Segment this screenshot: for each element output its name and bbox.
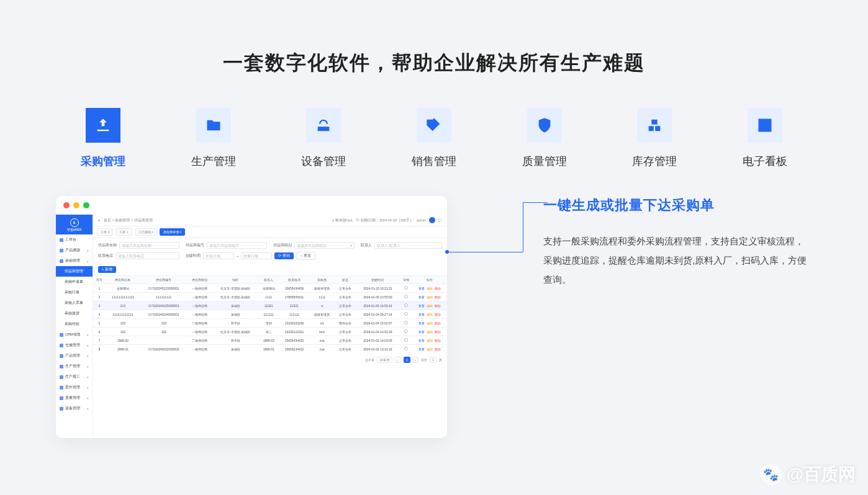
breadcrumb: 首页 > 采购管理 > 供应商管理 (104, 218, 153, 223)
contact-input[interactable]: 联系人/联系人 (374, 242, 442, 249)
nav-supplier[interactable]: 供应商管理 (56, 266, 93, 277)
menu-icon[interactable]: ≡ (98, 218, 100, 222)
nav-report[interactable]: 生产报工▾ (56, 372, 93, 382)
edit-link[interactable]: 编辑 (427, 347, 433, 351)
detail-icon[interactable] (400, 336, 412, 345)
paw-icon: 🐾 (761, 464, 782, 485)
delete-link[interactable]: 删除 (435, 339, 441, 342)
pager-prev[interactable]: ‹ (395, 357, 401, 363)
delete-link[interactable]: 删除 (435, 287, 441, 290)
edit-link[interactable]: 编辑 (427, 330, 433, 334)
view-link[interactable]: 查看 (418, 287, 425, 290)
tab-device[interactable]: 设备管理 (301, 108, 346, 169)
nav-device[interactable]: 设备管理▾ (56, 403, 93, 414)
nav-product[interactable]: 产品管理▾ (56, 350, 93, 361)
app-tab[interactable]: 工单 × (115, 228, 132, 236)
table-row[interactable]: 71989-02二级供应商和平区1989-0215655434432zoe正常合… (93, 336, 447, 345)
add-button[interactable]: + 新增 (98, 266, 116, 273)
reset-button[interactable]: ○ 重置 (296, 252, 315, 260)
nav-purchase[interactable]: 采购管理▴ (56, 256, 93, 266)
table-row[interactable]: 6102102一级供应商北京市-市辖区-东城区张三13232122321btcc… (93, 328, 447, 336)
detail-icon[interactable] (400, 301, 412, 310)
table-row[interactable]: 4111111111111GYS20240104000001一级供应商东城区11… (93, 310, 447, 319)
detail-icon[interactable] (400, 319, 412, 328)
view-link[interactable]: 查看 (418, 339, 425, 342)
tab-label: 销售管理 (412, 154, 456, 169)
pager-next[interactable]: › (413, 357, 419, 363)
view-link[interactable]: 查看 (418, 321, 425, 325)
search-button[interactable]: ⟳ 查询 (274, 252, 294, 259)
delete-link[interactable]: 删除 (435, 304, 441, 308)
nav-production[interactable]: 生产管理▾ (56, 361, 93, 372)
page-title: 一套数字化软件，帮助企业解决所有生产难题 (0, 0, 868, 108)
app-tab[interactable]: 工艺路线 × (135, 228, 157, 236)
edit-link[interactable]: 编辑 (427, 321, 433, 325)
table-row[interactable]: 3213GYS20240105000001一级供应商东城区1232121321r… (93, 301, 447, 310)
nav-purchase-order[interactable]: 采购订单 (56, 287, 93, 298)
app-open-tabs: 工单 × 工单 × 工艺路线 × 供应商管理 × (93, 226, 447, 238)
avatar[interactable] (429, 217, 435, 223)
app-tab[interactable]: 工单 × (97, 228, 113, 236)
delete-link[interactable]: 删除 (435, 321, 441, 325)
supplier-level-select[interactable]: 请选择供应商级别 (294, 242, 355, 249)
view-link[interactable]: 查看 (418, 347, 425, 351)
nav-product-trace[interactable]: 产品溯源▾ (56, 245, 93, 256)
end-date-input[interactable]: 结束日期 (241, 252, 272, 259)
supplier-code-input[interactable]: 请输入供应商编号 (207, 242, 267, 249)
view-link[interactable]: 查看 (418, 330, 425, 334)
nav-quality[interactable]: 质量管理▾ (56, 393, 93, 403)
edit-link[interactable]: 编辑 (427, 287, 433, 290)
tab-production[interactable]: 生产管理 (191, 108, 236, 169)
nav-outsource[interactable]: 委外管理▾ (56, 382, 93, 393)
table-row[interactable]: 1金牌测试GYS20240123000001一级供应商北京市-市辖区-东城区金牌… (93, 284, 447, 293)
nav-purchase-pay[interactable]: 采购付款 (56, 319, 93, 329)
detail-icon[interactable] (400, 328, 412, 336)
delete-link[interactable]: 删除 (435, 295, 441, 299)
pager-page[interactable]: 1 (404, 357, 410, 363)
view-link[interactable]: 查看 (418, 313, 425, 316)
start-date-input[interactable]: 开始日期 (203, 252, 234, 259)
fullscreen-icon[interactable]: ⛶ (438, 218, 442, 222)
detail-icon[interactable] (400, 310, 412, 319)
app-tab-active[interactable]: 供应商管理 × (160, 228, 185, 236)
window-dots (56, 196, 447, 215)
nav-purchase-return[interactable]: 采购退货 (56, 308, 93, 319)
tab-inventory[interactable]: 库存管理 (632, 108, 677, 169)
table-header: 地区 (212, 276, 258, 284)
tab-quality[interactable]: 质量管理 (522, 108, 567, 169)
table-row[interactable]: 5103103二级供应商和平区李四13232323236e1暂停合作2024-0… (93, 319, 447, 328)
delete-link[interactable]: 删除 (435, 347, 441, 351)
nav-workbench[interactable]: 工作台 (56, 234, 93, 245)
tab-sales[interactable]: 销售管理 (412, 108, 456, 169)
detail-icon[interactable] (400, 293, 412, 301)
delete-link[interactable]: 删除 (435, 330, 441, 334)
delete-link[interactable]: 删除 (435, 313, 441, 316)
nav-purchase-in[interactable]: 采购入库单 (56, 298, 93, 308)
view-link[interactable]: 查看 (418, 295, 425, 299)
cart-in-icon (86, 108, 120, 143)
detail-icon[interactable] (400, 345, 412, 354)
field-label: 供应商级别 (273, 243, 292, 248)
phone-input[interactable]: 请输入联系电话 (115, 252, 179, 259)
supplier-name-input[interactable]: 请输入供应商名称 (119, 242, 179, 249)
nav-warehouse[interactable]: 仓储管理▾ (56, 340, 93, 350)
pager-jump-input[interactable]: 1 (430, 357, 436, 363)
connector-line (447, 196, 543, 270)
page-size-select[interactable]: 10条/页 (377, 357, 392, 363)
desc-title: 一键生成或批量下达采购单 (543, 196, 812, 215)
nav-purchase-apply[interactable]: 采购申请单 (56, 277, 93, 287)
app-logo: B智造eMES (56, 215, 93, 234)
nav-crm[interactable]: CRM销售▾ (56, 329, 93, 340)
edit-link[interactable]: 编辑 (427, 304, 433, 308)
detail-icon[interactable] (400, 284, 412, 293)
table-row[interactable]: 21111111111111111111111一级供应商北京市-市辖区-东城区1… (93, 293, 447, 301)
edit-link[interactable]: 编辑 (427, 339, 433, 342)
edit-link[interactable]: 编辑 (427, 295, 433, 299)
pager-total: 总 8 条 (365, 358, 375, 362)
expire-badge: ① 到期日期：2024-10-20（265天） (356, 218, 414, 223)
view-link[interactable]: 查看 (418, 304, 425, 308)
edit-link[interactable]: 编辑 (427, 313, 433, 316)
table-row[interactable]: 81989-01GYS20240102000002一级供应商东城区1989-01… (93, 345, 447, 354)
tab-dashboard[interactable]: 电子看板 (743, 108, 787, 169)
tab-purchase[interactable]: 采购管理 (81, 108, 125, 169)
